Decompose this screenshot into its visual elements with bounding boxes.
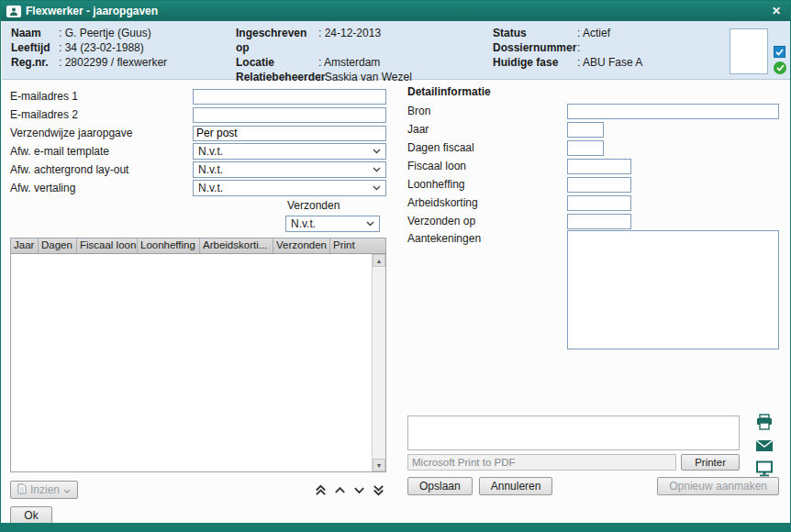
afw-vertaling-select[interactable]: N.v.t.	[193, 180, 386, 196]
bron-label: Bron	[407, 105, 567, 117]
document-icon	[17, 483, 27, 497]
afw-achtergrond-layout-label: Afw. achtergrond lay-out	[10, 163, 193, 176]
chevron-down-icon	[63, 483, 71, 496]
loonheffing-label: Loonheffing	[407, 178, 567, 191]
window-title: Flexwerker - jaaropgaven	[26, 5, 158, 17]
afw-email-template-value: N.v.t.	[198, 145, 223, 158]
arbeidskorting-input[interactable]	[567, 195, 631, 211]
status-strip	[1, 523, 790, 531]
fiscaal-loon-label: Fiscaal loon	[407, 160, 567, 172]
arbeidskorting-label: Arbeidskorting	[407, 196, 567, 209]
emailadres-2-input[interactable]	[193, 107, 386, 123]
verzonden-filter-select[interactable]: N.v.t.	[285, 216, 380, 232]
huidige-fase-value: : ABU Fase A	[577, 55, 642, 70]
detail-title: Detailinformatie	[407, 85, 779, 102]
verzonden-label: Verzonden	[287, 199, 340, 216]
column-header-fiscaal-loon[interactable]: Fiscaal loon	[77, 238, 138, 253]
printer-select-button[interactable]: Printer	[681, 454, 740, 471]
column-header-jaar[interactable]: Jaar	[11, 238, 39, 253]
afw-email-template-label: Afw. e-mail template	[10, 145, 193, 158]
huidige-fase-label: Huidige fase	[493, 55, 577, 70]
print-button[interactable]	[754, 414, 774, 434]
email-button[interactable]	[754, 437, 774, 457]
verzendwijze-input[interactable]	[193, 126, 386, 141]
afw-achtergrond-layout-select[interactable]: N.v.t.	[193, 161, 386, 178]
inzien-button[interactable]: Inzien	[10, 481, 78, 499]
status-value: : Actief	[577, 26, 610, 40]
aantekeningen-label: Aantekeningen	[407, 230, 567, 245]
photo-placeholder	[730, 28, 768, 74]
aantekeningen-textarea[interactable]	[567, 230, 779, 349]
inzien-label: Inzien	[30, 483, 60, 496]
verzonden-op-label: Verzonden op	[407, 215, 567, 227]
verzendwijze-label: Verzendwijze jaaropgave	[10, 127, 193, 139]
printer-icon	[755, 414, 774, 434]
relatiebeheerder-label: Relatiebeheerder	[236, 70, 318, 84]
column-header-dagen[interactable]: Dagen	[39, 238, 77, 253]
naam-label: Naam	[11, 26, 59, 40]
next-row-button[interactable]	[351, 482, 367, 498]
envelope-icon	[755, 439, 774, 455]
row-navigation	[313, 482, 386, 498]
relatiebeheerder-value: : Saskia van Wezel	[318, 70, 412, 84]
opslaan-button[interactable]: Opslaan	[407, 477, 473, 495]
ok-button[interactable]: Ok	[10, 506, 52, 525]
fiscaal-loon-input[interactable]	[567, 159, 631, 174]
selected-checkbox[interactable]	[774, 46, 785, 58]
verzonden-filter-value: N.v.t.	[291, 217, 316, 230]
emailadres-2-label: E-mailadres 2	[10, 108, 193, 121]
table-scrollbar[interactable]: ▲ ▼	[372, 254, 385, 471]
chevron-down-icon	[366, 221, 374, 227]
afw-achtergrond-layout-value: N.v.t.	[198, 163, 223, 176]
chevron-down-icon	[373, 149, 381, 154]
dossiernummer-label: Dossiernummer	[493, 40, 577, 55]
previous-row-button[interactable]	[332, 482, 348, 498]
printer-name-field[interactable]	[407, 454, 676, 471]
afw-email-template-select[interactable]: N.v.t.	[193, 143, 386, 160]
actions-row: Opslaan Annuleren Opnieuw aanmaken	[407, 477, 779, 495]
close-icon[interactable]: ✕	[768, 5, 785, 17]
detail-panel: Detailinformatie Bron Jaar Dagen fiscaal…	[407, 85, 779, 349]
emailadres-1-label: E-mailadres 1	[10, 90, 193, 103]
naam-value: : G. Peertje (Guus)	[59, 26, 151, 40]
emailadres-1-input[interactable]	[193, 89, 386, 105]
ingeschreven-op-value: : 24-12-2013	[318, 26, 381, 55]
scrollbar-down-icon[interactable]: ▼	[373, 459, 385, 471]
annuleren-button[interactable]: Annuleren	[479, 477, 553, 495]
regnr-label: Reg.nr.	[11, 55, 59, 70]
bron-input[interactable]	[567, 104, 779, 119]
jaar-label: Jaar	[407, 123, 567, 136]
locatie-value: : Amsterdam	[318, 55, 380, 70]
chevron-down-icon	[373, 185, 381, 191]
flexworker-info-header: Naam: G. Peertje (Guus) Leeftijd: 34 (23…	[2, 21, 790, 80]
flexwerker-jaaropgaven-window: Flexwerker - jaaropgaven ✕ Naam: G. Peer…	[0, 0, 791, 532]
scrollbar-up-icon[interactable]: ▲	[373, 254, 385, 267]
loonheffing-input[interactable]	[567, 177, 631, 193]
column-header-arbeidskorting[interactable]: Arbeidskorti...	[200, 238, 273, 253]
jaar-input[interactable]	[567, 122, 604, 138]
afw-vertaling-value: N.v.t.	[198, 182, 223, 194]
leeftijd-label: Leeftijd	[11, 40, 59, 55]
status-ok-icon	[774, 61, 786, 74]
ingeschreven-op-label: Ingeschreven op	[236, 26, 318, 55]
dagen-fiscaal-input[interactable]	[567, 140, 604, 156]
column-header-print[interactable]: Print	[330, 238, 385, 253]
app-icon	[6, 6, 21, 17]
column-header-loonheffing[interactable]: Loonheffing	[138, 238, 200, 253]
print-preview-box	[407, 416, 740, 450]
dossiernummer-value: :	[577, 40, 580, 55]
column-header-verzonden[interactable]: Verzonden	[273, 238, 330, 253]
leeftijd-value: : 34 (23-02-1988)	[59, 40, 144, 55]
afw-vertaling-label: Afw. vertaling	[10, 182, 193, 194]
jaaropgaven-table: Jaar Dagen Fiscaal loon Loonheffing Arbe…	[10, 238, 386, 472]
left-form: E-mailadres 1 E-mailadres 2 Verzendwijze…	[10, 87, 386, 525]
first-row-button[interactable]	[313, 482, 329, 498]
dagen-fiscaal-label: Dagen fiscaal	[407, 141, 567, 154]
chevron-down-icon	[373, 167, 381, 172]
opnieuw-aanmaken-button[interactable]: Opnieuw aanmaken	[657, 477, 779, 495]
table-body-empty	[11, 254, 372, 471]
table-header-row: Jaar Dagen Fiscaal loon Loonheffing Arbe…	[11, 238, 385, 254]
last-row-button[interactable]	[371, 482, 386, 498]
print-section: Printer	[407, 414, 779, 474]
verzonden-op-input[interactable]	[567, 214, 631, 229]
